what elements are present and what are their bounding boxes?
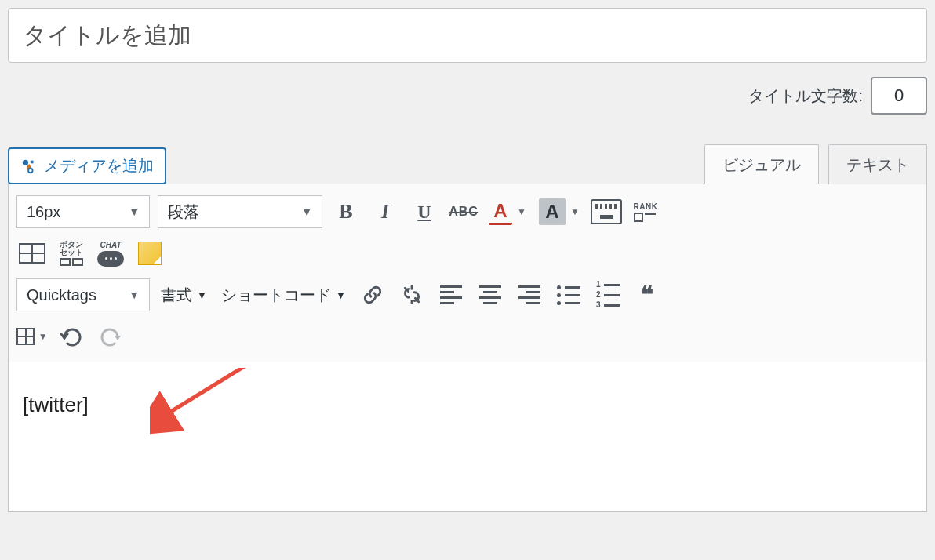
svg-point-0: [23, 159, 28, 165]
align-right-button[interactable]: [514, 279, 545, 311]
align-center-icon: [479, 285, 501, 304]
table-icon: [16, 328, 35, 345]
paragraph-select[interactable]: 段落 ▼: [158, 195, 322, 228]
align-left-icon: [440, 285, 462, 304]
format-dropdown[interactable]: 書式 ▼: [158, 285, 210, 306]
chevron-down-icon: ▼: [301, 205, 312, 218]
unlink-button[interactable]: [396, 279, 427, 311]
italic-button[interactable]: I: [369, 196, 401, 227]
svg-marker-8: [115, 336, 121, 340]
chat-label: CHAT: [100, 241, 121, 249]
chevron-down-icon: ▼: [129, 205, 140, 218]
chat-bubble-icon: [97, 251, 124, 267]
sticky-note-button[interactable]: [134, 238, 166, 269]
insert-table-button[interactable]: ▼: [16, 321, 48, 352]
annotation-arrow: [150, 368, 275, 446]
chevron-down-icon: ▼: [129, 289, 140, 301]
chevron-down-icon: ▼: [336, 289, 346, 301]
chat-button[interactable]: CHAT: [95, 238, 126, 269]
align-right-icon: [518, 285, 540, 304]
shortcode-label: ショートコード: [221, 285, 331, 306]
table-button[interactable]: [16, 238, 48, 269]
unordered-list-button[interactable]: [553, 279, 584, 311]
title-count-label: タイトル文字数:: [748, 85, 863, 107]
align-center-button[interactable]: [475, 279, 506, 311]
svg-rect-1: [31, 160, 34, 163]
tab-text[interactable]: テキスト: [828, 144, 927, 184]
quicktags-select[interactable]: Quicktags ▼: [16, 278, 150, 311]
sticky-note-icon: [138, 242, 162, 265]
redo-button[interactable]: [95, 321, 126, 352]
strikethrough-button[interactable]: ABC: [448, 196, 479, 227]
svg-marker-7: [61, 336, 67, 340]
background-color-menu[interactable]: ▼: [569, 206, 581, 217]
editor-toolbar: 16px ▼ 段落 ▼ B I U ABC A ▼ A ▼ RANK: [8, 184, 927, 362]
rank-label: RANK: [634, 202, 658, 211]
fontsize-select[interactable]: 16px ▼: [16, 195, 150, 228]
text-color-button[interactable]: A: [489, 198, 512, 225]
unordered-list-icon: [557, 285, 580, 305]
tab-visual[interactable]: ビジュアル: [704, 144, 819, 184]
svg-point-2: [28, 168, 33, 173]
title-count-row: タイトル文字数: 0: [8, 77, 927, 115]
editor-tabs: ビジュアル テキスト: [704, 144, 927, 184]
fontsize-value: 16px: [27, 203, 60, 221]
media-icon: [20, 158, 38, 175]
keyboard-icon[interactable]: [591, 196, 622, 227]
editor-content[interactable]: [twitter]: [8, 362, 927, 512]
shortcode-dropdown[interactable]: ショートコード ▼: [218, 285, 349, 306]
bold-button[interactable]: B: [330, 196, 362, 227]
title-count-value: 0: [871, 77, 927, 115]
link-button[interactable]: [357, 279, 388, 311]
redo-icon: [99, 326, 122, 347]
button-set-button[interactable]: ボタン セット: [56, 238, 87, 269]
button-set-label: ボタン セット: [56, 241, 87, 256]
paragraph-value: 段落: [168, 202, 199, 223]
svg-line-9: [166, 368, 267, 415]
add-media-label: メディアを追加: [44, 155, 154, 176]
rank-button[interactable]: RANK: [630, 196, 661, 227]
undo-button[interactable]: [56, 321, 87, 352]
background-color-button[interactable]: A: [539, 198, 566, 225]
unlink-icon: [402, 285, 422, 305]
content-text: [twitter]: [23, 393, 89, 416]
quicktags-value: Quicktags: [27, 286, 96, 304]
link-icon: [362, 285, 383, 305]
blockquote-button[interactable]: ❝: [631, 279, 663, 311]
ordered-list-icon: 1 2 3: [596, 281, 620, 309]
format-label: 書式: [161, 285, 192, 306]
ordered-list-button[interactable]: 1 2 3: [592, 279, 624, 311]
align-left-button[interactable]: [435, 279, 467, 311]
undo-icon: [60, 326, 83, 347]
underline-button[interactable]: U: [409, 196, 440, 227]
post-title-input[interactable]: [8, 8, 927, 63]
text-color-menu[interactable]: ▼: [515, 206, 528, 217]
chevron-down-icon: ▼: [38, 331, 48, 342]
chevron-down-icon: ▼: [197, 289, 207, 301]
add-media-button[interactable]: メディアを追加: [8, 147, 166, 184]
